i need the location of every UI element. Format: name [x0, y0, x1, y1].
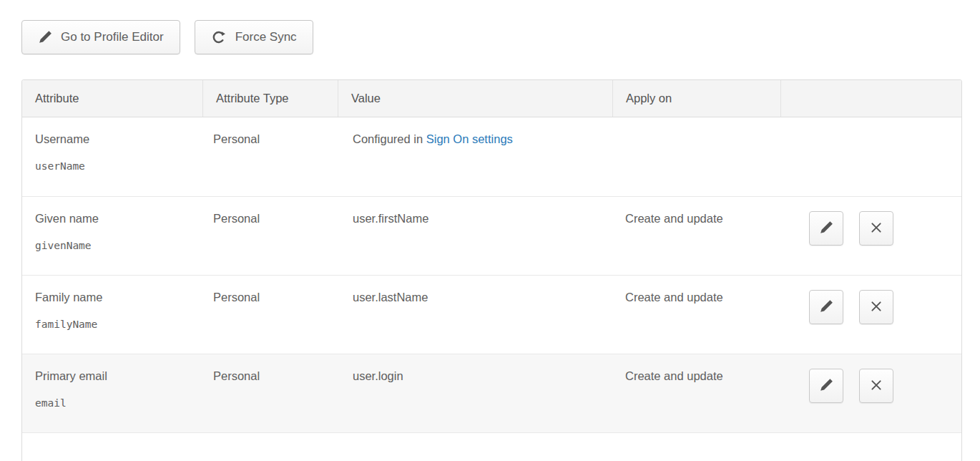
value-cell: user.login [338, 354, 612, 432]
column-header-attribute: Attribute [22, 80, 202, 117]
attribute-variable-name: givenName [35, 240, 195, 252]
attribute-type-cell: Personal [202, 276, 338, 354]
actions-cell [780, 276, 961, 354]
attribute-cell: Username userName [22, 117, 202, 196]
attribute-cell: Family name familyName [22, 276, 202, 354]
value-cell: Configured in Sign On settings [338, 117, 612, 196]
attribute-type-cell: Personal [202, 117, 338, 196]
table-row-username: Username userName Personal Configured in… [22, 117, 961, 196]
delete-mapping-button[interactable] [859, 290, 893, 324]
actions-cell [780, 117, 961, 196]
value-cell: user.lastName [338, 276, 612, 354]
go-to-profile-editor-label: Go to Profile Editor [61, 30, 164, 44]
sign-on-settings-link[interactable]: Sign On settings [426, 132, 513, 145]
table-row-given-name: Given name givenName Personal user.first… [22, 196, 961, 275]
attribute-label: Primary email [35, 369, 107, 382]
force-sync-button[interactable]: Force Sync [195, 20, 313, 54]
table-header-row: Attribute Attribute Type Value Apply on [22, 80, 961, 117]
table-row-partial [22, 432, 961, 461]
attribute-label: Family name [35, 291, 102, 304]
toolbar: Go to Profile Editor Force Sync [21, 20, 313, 54]
value-text: Configured in [353, 132, 426, 145]
attribute-variable-name: email [35, 397, 195, 409]
actions-cell [780, 354, 961, 432]
attribute-variable-name: familyName [35, 319, 195, 331]
close-icon [870, 221, 883, 236]
apply-on-cell: Create and update [612, 197, 780, 275]
column-header-value: Value [338, 80, 612, 117]
force-sync-label: Force Sync [235, 30, 297, 44]
pencil-icon [38, 30, 52, 44]
provisioning-attribute-mappings-page: Go to Profile Editor Force Sync Attribut… [0, 0, 980, 461]
apply-on-cell: Create and update [612, 354, 780, 432]
edit-mapping-button[interactable] [809, 290, 843, 324]
column-header-apply-on: Apply on [612, 80, 780, 117]
table-row-primary-email: Primary email email Personal user.login … [22, 354, 961, 432]
attribute-label: Username [35, 132, 89, 145]
pencil-icon [819, 299, 833, 316]
attribute-cell: Given name givenName [22, 197, 202, 275]
column-header-attribute-type: Attribute Type [202, 80, 338, 117]
close-icon [870, 379, 883, 394]
attribute-variable-name: userName [35, 160, 195, 173]
close-icon [870, 300, 883, 315]
actions-cell [780, 197, 961, 275]
delete-mapping-button[interactable] [859, 369, 893, 403]
apply-on-cell: Create and update [612, 276, 780, 354]
table-row-family-name: Family name familyName Personal user.las… [22, 275, 961, 354]
edit-mapping-button[interactable] [809, 369, 843, 403]
attribute-type-cell: Personal [202, 354, 338, 432]
apply-on-cell [612, 117, 780, 196]
attribute-cell [22, 433, 202, 461]
attribute-label: Given name [35, 212, 99, 225]
value-cell: user.firstName [338, 197, 612, 275]
attribute-mappings-table: Attribute Attribute Type Value Apply on … [21, 79, 962, 461]
edit-mapping-button[interactable] [809, 211, 843, 246]
pencil-icon [819, 378, 833, 394]
delete-mapping-button[interactable] [859, 211, 893, 246]
go-to-profile-editor-button[interactable]: Go to Profile Editor [21, 20, 180, 54]
attribute-cell: Primary email email [22, 354, 202, 432]
refresh-icon [211, 29, 227, 45]
column-header-actions [780, 80, 961, 117]
attribute-type-cell: Personal [202, 197, 338, 275]
pencil-icon [819, 220, 833, 237]
